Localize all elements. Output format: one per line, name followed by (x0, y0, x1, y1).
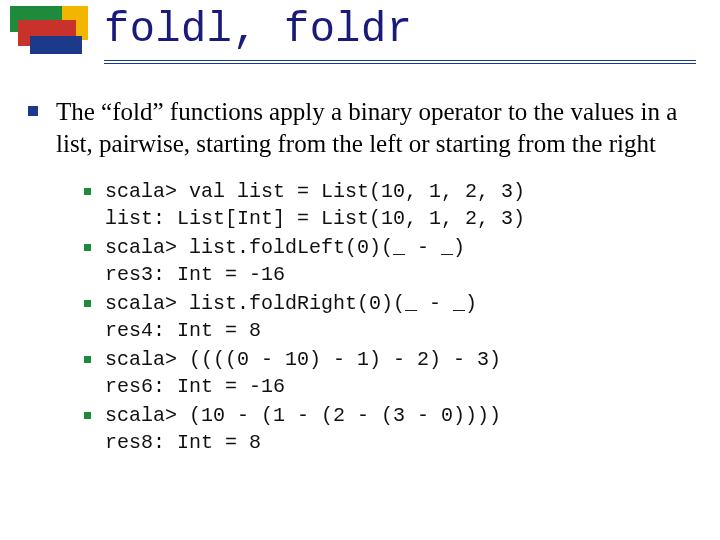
code-block: scala> ((((0 - 10) - 1) - 2) - 3) res6: … (105, 346, 501, 400)
code-block: scala> list.foldRight(0)(_ - _) res4: In… (105, 290, 477, 344)
code-line: scala> list.foldLeft(0)(_ - _) (105, 236, 465, 259)
square-bullet-icon (28, 106, 38, 116)
code-block: scala> (10 - (1 - (2 - (3 - 0)))) res8: … (105, 402, 501, 456)
code-line: scala> ((((0 - 10) - 1) - 2) - 3) (105, 348, 501, 371)
paragraph-text: The “fold” functions apply a binary oper… (56, 96, 692, 160)
slide-body: The “fold” functions apply a binary oper… (28, 96, 692, 458)
list-item: scala> list.foldRight(0)(_ - _) res4: In… (84, 290, 692, 344)
list-item: The “fold” functions apply a binary oper… (28, 96, 692, 160)
code-sublist: scala> val list = List(10, 1, 2, 3) list… (84, 178, 692, 456)
slide: foldl, foldr The “fold” functions apply … (0, 0, 720, 540)
code-line: res4: Int = 8 (105, 319, 261, 342)
code-line: scala> (10 - (1 - (2 - (3 - 0)))) (105, 404, 501, 427)
square-bullet-icon (84, 412, 91, 419)
page-title: foldl, foldr (104, 6, 412, 54)
list-item: scala> val list = List(10, 1, 2, 3) list… (84, 178, 692, 232)
code-line: res8: Int = 8 (105, 431, 261, 454)
square-bullet-icon (84, 244, 91, 251)
code-block: scala> list.foldLeft(0)(_ - _) res3: Int… (105, 234, 465, 288)
list-item: scala> ((((0 - 10) - 1) - 2) - 3) res6: … (84, 346, 692, 400)
list-item: scala> list.foldLeft(0)(_ - _) res3: Int… (84, 234, 692, 288)
code-line: scala> val list = List(10, 1, 2, 3) (105, 180, 525, 203)
title-underline (104, 60, 696, 64)
code-block: scala> val list = List(10, 1, 2, 3) list… (105, 178, 525, 232)
square-bullet-icon (84, 300, 91, 307)
code-line: res6: Int = -16 (105, 375, 285, 398)
code-line: list: List[Int] = List(10, 1, 2, 3) (105, 207, 525, 230)
code-line: res3: Int = -16 (105, 263, 285, 286)
list-item: scala> (10 - (1 - (2 - (3 - 0)))) res8: … (84, 402, 692, 456)
slide-logo-icon (10, 6, 88, 62)
square-bullet-icon (84, 188, 91, 195)
square-bullet-icon (84, 356, 91, 363)
code-line: scala> list.foldRight(0)(_ - _) (105, 292, 477, 315)
